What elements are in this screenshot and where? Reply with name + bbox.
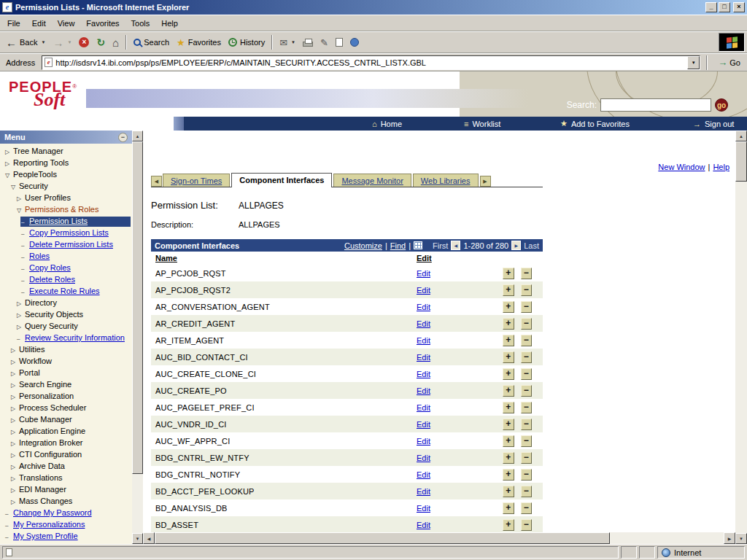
edit-link[interactable]: Edit (417, 386, 503, 395)
edit-link[interactable]: Edit (417, 403, 503, 412)
window-titlebar[interactable]: e Permission Lists - Microsoft Internet … (0, 0, 747, 15)
menu-collapse-button[interactable]: − (118, 133, 128, 142)
menu-item[interactable]: – My Personalizations (4, 520, 131, 530)
edit-column-header[interactable]: Edit (417, 254, 432, 262)
scroll-up-button[interactable]: ▲ (132, 131, 143, 141)
add-row-button[interactable]: + (503, 284, 514, 296)
back-dropdown-icon[interactable]: ▼ (41, 40, 45, 44)
menu-item[interactable]: ▷ Process Scheduler (10, 403, 131, 413)
menu-item[interactable]: ▷ Mass Changes (10, 497, 131, 507)
menu-item[interactable]: ▷ Personalization (10, 392, 131, 402)
edit-link[interactable]: Edit (417, 454, 503, 462)
scrollbar-thumb[interactable] (735, 141, 747, 182)
forward-dropdown-icon[interactable]: ▼ (67, 40, 71, 44)
name-column-header[interactable]: Name (155, 254, 417, 262)
menu-item[interactable]: ▽ Permissions & Roles (16, 205, 131, 215)
scroll-up-button[interactable]: ▲ (735, 131, 747, 141)
menu-item[interactable]: ▷ Application Engine (10, 427, 131, 437)
tab-web-libraries[interactable]: Web Libraries (413, 174, 479, 187)
discuss-button[interactable] (332, 34, 347, 51)
delete-row-button[interactable]: − (521, 301, 533, 313)
menu-item[interactable]: ▷ Workflow (10, 357, 131, 367)
delete-row-button[interactable]: − (521, 519, 533, 531)
mail-button[interactable]: ✉ ▼ (276, 34, 299, 51)
menu-item[interactable]: ▷ Portal (10, 368, 131, 378)
scroll-left-button[interactable]: ◀ (143, 532, 155, 544)
add-row-button[interactable]: + (503, 469, 514, 481)
scrollbar-track[interactable] (735, 141, 747, 533)
edit-link[interactable]: Edit (417, 470, 503, 479)
menu-item[interactable]: ▽ PeopleTools (4, 170, 131, 180)
edit-link[interactable]: Edit (417, 336, 503, 345)
edit-button[interactable]: ✎ (317, 34, 332, 51)
edit-link[interactable]: Edit (417, 420, 503, 429)
scrollbar-thumb[interactable] (132, 141, 143, 474)
delete-row-button[interactable]: − (521, 385, 533, 397)
scroll-right-button[interactable]: ▶ (724, 532, 735, 544)
delete-row-button[interactable]: − (521, 435, 533, 447)
scroll-down-button[interactable]: ▼ (132, 533, 143, 544)
delete-row-button[interactable]: − (521, 486, 533, 497)
menu-item[interactable]: – Delete Permission Lists (20, 240, 131, 250)
edit-link[interactable]: Edit (417, 269, 503, 278)
scrollbar-thumb[interactable] (155, 532, 610, 544)
add-row-button[interactable]: + (503, 419, 514, 430)
menu-item[interactable]: – Execute Role Rules (20, 287, 131, 297)
main-scrollbar[interactable]: ▲ ▼ (735, 131, 747, 544)
tab-component-interfaces[interactable]: Component Interfaces (231, 173, 332, 187)
add-row-button[interactable]: + (503, 519, 514, 531)
scrollbar-track[interactable] (132, 141, 143, 533)
add-row-button[interactable]: + (503, 335, 514, 346)
tab-scroll-left-button[interactable]: ◀ (151, 176, 162, 187)
menu-item[interactable]: ▷ Search Engine (10, 380, 131, 390)
menu-item[interactable]: – Delete Roles (20, 275, 131, 285)
menu-item[interactable]: ▷ EDI Manager (10, 485, 131, 495)
menu-item[interactable]: – Copy Permission Lists (20, 228, 131, 238)
portal-search-input[interactable] (600, 98, 711, 112)
menu-item[interactable]: – Permission Lists (20, 217, 131, 227)
messenger-button[interactable] (347, 34, 363, 51)
menu-item[interactable]: Favorites (80, 17, 125, 30)
add-row-button[interactable]: + (503, 435, 514, 447)
delete-row-button[interactable]: − (521, 402, 533, 413)
previous-page-button[interactable]: ◀ (451, 241, 460, 250)
delete-row-button[interactable]: − (521, 351, 533, 363)
menu-item[interactable]: – Review Security Information (16, 333, 131, 343)
edit-link[interactable]: Edit (417, 319, 503, 328)
add-row-button[interactable]: + (503, 385, 514, 397)
forward-button[interactable]: → ▼ (49, 34, 75, 51)
add-row-button[interactable]: + (503, 318, 514, 330)
menu-item[interactable]: – My System Profile (4, 532, 131, 542)
back-button[interactable]: ← Back ▼ (2, 34, 49, 51)
stop-button[interactable]: × (75, 34, 93, 51)
edit-link[interactable]: Edit (417, 370, 503, 378)
delete-row-button[interactable]: − (521, 284, 533, 296)
nav-home[interactable]: ⌂ Home (372, 117, 402, 131)
help-link[interactable]: Help (713, 163, 729, 171)
scroll-down-button[interactable]: ▼ (735, 533, 747, 544)
edit-link[interactable]: Edit (417, 353, 503, 362)
delete-row-button[interactable]: − (521, 318, 533, 330)
menu-item[interactable]: Help (155, 17, 184, 30)
minimize-button[interactable]: _ (705, 2, 717, 12)
menu-item[interactable]: ▷ Archive Data (10, 462, 131, 472)
favorites-button[interactable]: ★ Favorites (173, 34, 225, 51)
find-link[interactable]: Find (390, 241, 406, 250)
search-button[interactable]: Search (130, 34, 173, 51)
nav-add-to-favorites[interactable]: ★ Add to Favorites (560, 117, 630, 131)
menu-item[interactable]: Tools (125, 17, 156, 30)
edit-link[interactable]: Edit (417, 487, 503, 496)
delete-row-button[interactable]: − (521, 335, 533, 346)
edit-link[interactable]: Edit (417, 521, 503, 529)
tab-scroll-right-button[interactable]: ▶ (480, 176, 491, 187)
menu-item[interactable]: ▷ User Profiles (16, 193, 131, 203)
edit-link[interactable]: Edit (417, 437, 503, 446)
menu-item[interactable]: ▽ Security (10, 182, 131, 192)
customize-link[interactable]: Customize (344, 241, 382, 250)
history-button[interactable]: History (225, 34, 268, 51)
sidebar-scrollbar[interactable]: ▲ ▼ (132, 131, 143, 544)
next-page-button[interactable]: ▶ (511, 241, 521, 250)
menu-item[interactable]: ▷ Tree Manager (4, 147, 131, 157)
menu-item[interactable]: ▷ Integration Broker (10, 438, 131, 448)
go-button[interactable]: → Go (713, 57, 745, 68)
